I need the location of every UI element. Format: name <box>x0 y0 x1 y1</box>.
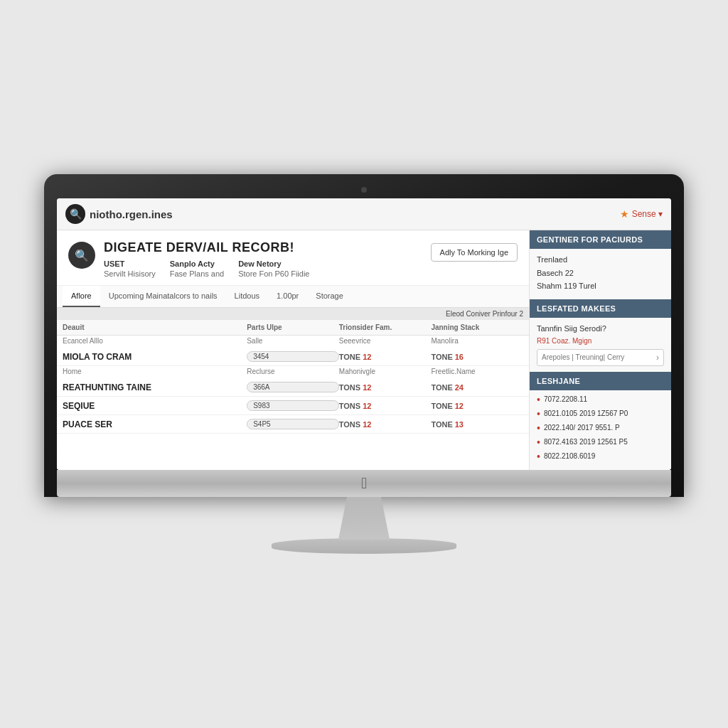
tone1-2: TONS 12 <box>339 402 432 410</box>
tone2-label-2: TONE <box>431 402 452 410</box>
camera <box>361 187 367 193</box>
sub-col4-1: Freetlic.Name <box>431 368 523 375</box>
page-header: 🔍 DIGEATE DERV/AIL RECORB! USET Servilt … <box>57 230 529 286</box>
list-item-3: • 8072.4163 2019 12561 P5 <box>537 437 664 447</box>
sidebar-body-1: Tannfin Siig Serodi? R91 Coaz. Mgign › <box>530 318 671 371</box>
list-text-1: 8021.0105 2019 1Z567 P0 <box>544 409 628 418</box>
tone2-label-3: TONE <box>431 420 452 429</box>
tone2-3: TONE 13 <box>431 420 523 429</box>
tabs-bar: Aflore Upcoming Mainatalcors to nails Li… <box>57 286 529 308</box>
sub-row-1: Home Reclurse Mahonivgle Freetlic.Name <box>57 366 529 378</box>
tone2-num-1: 24 <box>455 383 464 392</box>
tone1-0: TONE 12 <box>339 353 432 361</box>
browser-bar: 🔍 niotho.rgen.ines ★ Sense ▾ <box>57 198 671 230</box>
page-title: DIGEATE DERV/AIL RECORB! <box>104 240 422 255</box>
sidebar-search-input[interactable] <box>537 350 652 364</box>
imac-stand-neck <box>321 497 407 540</box>
tone2-num-3: 13 <box>455 420 464 429</box>
badge-0: 3454 <box>247 351 339 362</box>
tone1-label-2: TONS <box>339 402 360 410</box>
bullet-0: • <box>537 395 540 405</box>
sidebar-header-0: GENTINER FOR PACIURDS <box>530 230 671 249</box>
main-layout: 🔍 DIGEATE DERV/AIL RECORB! USET Servilt … <box>57 230 671 470</box>
tone2-num-2: 12 <box>455 402 464 410</box>
table-group-1: Home Reclurse Mahonivgle Freetlic.Name R… <box>57 366 529 397</box>
imac-screen: 🔍 niotho.rgen.ines ★ Sense ▾ 🔍 DIGEATE <box>57 198 671 470</box>
imac-chin:  <box>57 470 671 497</box>
tone1-num-1: 12 <box>363 383 371 392</box>
header-icon: 🔍 <box>68 242 95 269</box>
list-item-1: • 8021.0105 2019 1Z567 P0 <box>537 409 664 419</box>
sidebar-item-1-0: Tannfin Siig Serodi? <box>537 323 664 334</box>
sense-label[interactable]: Sense ▾ <box>632 209 663 219</box>
sub-label-0: Ecancel Alllo <box>63 337 247 345</box>
badge-2: S983 <box>247 400 339 411</box>
table-group-3: PUACE SER S4P5 TONS 12 TONE 13 <box>57 415 529 434</box>
sidebar-input-row: › <box>537 349 664 366</box>
site-name: niotho.rgen.ines <box>90 208 173 220</box>
tone1-label-1: TONS <box>339 383 360 392</box>
tab-litdous[interactable]: Litdous <box>226 286 268 307</box>
sidebar-section-0: GENTINER FOR PACIURDS Trenlaed Basech 22… <box>530 230 671 299</box>
table-group-2: SEQIUE S983 TONS 12 TONE 12 <box>57 397 529 415</box>
meta-item-0: USET Servilt Hisisory <box>104 259 156 278</box>
meta-value-0: Servilt Hisisory <box>104 269 156 278</box>
meta-label-1: Sanplo Acty <box>170 259 224 268</box>
content-area: 🔍 DIGEATE DERV/AIL RECORB! USET Servilt … <box>57 230 529 470</box>
col-header-2: Trionsider Fam. <box>339 323 432 331</box>
meta-label-2: Dew Netory <box>238 259 309 268</box>
action-button[interactable]: Adly To Morking Ige <box>431 243 518 262</box>
list-item-2: • 2022.140/ 2017 9551. P <box>537 423 664 433</box>
sub-row-0: Ecancel Alllo Salle Seeevrice Manolira <box>57 336 529 348</box>
meta-item-1: Sanplo Acty Fase Plans and <box>170 259 224 278</box>
meta-value-1: Fase Plans and <box>170 269 224 278</box>
tab-storage[interactable]: Storage <box>307 286 352 307</box>
group-main-row-2: SEQIUE S983 TONS 12 TONE 12 <box>57 397 529 414</box>
tone1-1: TONS 12 <box>339 383 432 392</box>
tab-aflore[interactable]: Aflore <box>63 286 100 307</box>
chevron-right-icon[interactable]: › <box>652 350 663 365</box>
imac-frame: 🔍 niotho.rgen.ines ★ Sense ▾ 🔍 DIGEATE <box>44 174 684 497</box>
tab-upcoming[interactable]: Upcoming Mainatalcors to nails <box>100 286 226 307</box>
tone2-num-0: 16 <box>455 353 464 361</box>
tone1-num-0: 12 <box>363 353 371 361</box>
filter-row: Eleod Coniver Prinfour 2 <box>57 308 529 320</box>
sidebar-link-1[interactable]: R91 Coaz. Mgign <box>537 337 664 345</box>
list-text-0: 7072.2208.11 <box>544 395 587 404</box>
bullet-3: • <box>537 437 540 447</box>
tab-100pr[interactable]: 1.00pr <box>268 286 307 307</box>
badge-3: S4P5 <box>247 419 339 429</box>
sidebar-section-2: LESHJANE • 7072.2208.11 • 8021.0105 2019… <box>530 372 671 470</box>
meta-label-0: USET <box>104 259 156 268</box>
sub-col2-0: Salle <box>247 337 339 345</box>
table-header: Deauit Parts Ulpe Trionsider Fam. Jannin… <box>57 320 529 336</box>
browser-logo: 🔍 niotho.rgen.ines <box>65 204 173 224</box>
group-title-1: REATHUNTING TAINE <box>63 382 247 392</box>
tone1-label-3: TONS <box>339 420 360 429</box>
col-header-0: Deauit <box>63 323 247 331</box>
group-title-3: PUACE SER <box>63 419 247 429</box>
badge-1: 366A <box>247 382 339 392</box>
group-main-row-1: REATHUNTING TAINE 366A TONS 12 TONE 24 <box>57 378 529 396</box>
sub-col3-1: Mahonivgle <box>339 368 432 375</box>
tone1-3: TONS 12 <box>339 420 432 429</box>
meta-item-2: Dew Netory Store Fon P60 Fiidie <box>238 259 309 278</box>
group-title-2: SEQIUE <box>63 401 247 411</box>
list-text-3: 8072.4163 2019 12561 P5 <box>544 437 628 446</box>
group-main-row-0: MIOLA TO CRAM 3454 TONE 12 TONE 16 <box>57 348 529 365</box>
tone1-num-3: 12 <box>363 420 371 429</box>
bullet-1: • <box>537 409 540 419</box>
sub-col4-0: Manolira <box>431 337 523 345</box>
sidebar-header-2: LESHJANE <box>530 372 671 390</box>
list-text-4: 8022.2108.6019 <box>544 451 595 461</box>
sidebar-item-0-0: Trenlaed <box>537 255 664 265</box>
tone1-label-0: TONE <box>339 353 360 361</box>
meta-value-2: Store Fon P60 Fiidie <box>238 269 309 278</box>
imac-stand-base <box>272 538 456 554</box>
sub-col3-0: Seeevrice <box>339 337 432 345</box>
sidebar-section-1: LESFATED MAKEES Tannfin Siig Serodi? R91… <box>530 299 671 371</box>
tone2-1: TONE 24 <box>431 383 523 392</box>
table-group-0: Ecancel Alllo Salle Seeevrice Manolira M… <box>57 336 529 366</box>
group-title-0: MIOLA TO CRAM <box>63 352 247 362</box>
bullet-4: • <box>537 451 540 461</box>
